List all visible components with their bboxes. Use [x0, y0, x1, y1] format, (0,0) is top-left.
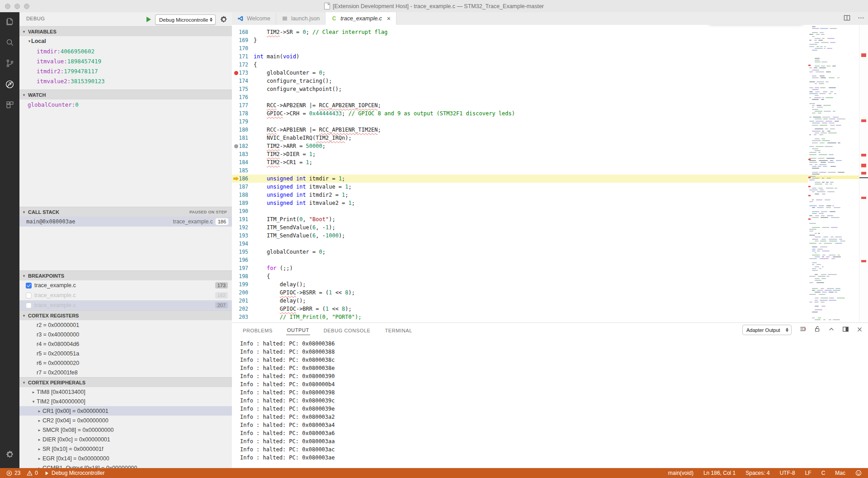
code-line-180[interactable]: 180 RCC->APB1ENR |= RCC_APB1ENR_TIM2EN;: [232, 126, 808, 134]
code-line-202[interactable]: 202 GPIOC->BRR = (1 << 8);: [232, 305, 808, 313]
gutter-cell[interactable]: 190: [232, 207, 252, 215]
variables-section-header[interactable]: ▾VARIABLES: [19, 26, 232, 36]
tab-trace_example-c[interactable]: Ctrace_example.c×: [326, 12, 396, 25]
code-line-176[interactable]: 176: [232, 93, 808, 101]
gutter-cell[interactable]: 197: [232, 264, 252, 272]
gutter-cell[interactable]: 189: [232, 199, 252, 207]
stack-frame-row[interactable]: main@0x080003aetrace_example.c186: [19, 217, 232, 227]
gutter-cell[interactable]: 176: [232, 93, 252, 101]
code-line-185[interactable]: 185: [232, 166, 808, 175]
peripheral-row[interactable]: ▸SMCR [0x08] = 0x00000000: [19, 425, 232, 435]
gutter-cell[interactable]: 185: [232, 166, 252, 175]
close-tab-icon[interactable]: ×: [387, 15, 391, 22]
gutter-cell[interactable]: 203: [232, 313, 252, 321]
panel-tab-terminal[interactable]: TERMINAL: [384, 325, 413, 335]
activity-bar-item-search[interactable]: [0, 33, 19, 54]
code-line-168[interactable]: 168 TIM2->SR = 0; // Clear interrupt fla…: [232, 28, 808, 36]
chevron-collapsed-icon[interactable]: ▸: [38, 428, 41, 432]
code-line-195[interactable]: 195 globalCounter = 0;: [232, 248, 808, 256]
cortex-peripherals-section-header[interactable]: ▾CORTEX PERIPHERALS: [19, 377, 232, 387]
status-play[interactable]: Debug Microcontroller: [44, 470, 104, 476]
status-encoding[interactable]: UTF-8: [780, 470, 795, 476]
gutter-cell[interactable]: 175: [232, 85, 252, 93]
clear-output-icon[interactable]: [799, 326, 807, 334]
chevron-collapsed-icon[interactable]: ▸: [38, 437, 41, 442]
panel-tab-debug-console[interactable]: DEBUG CONSOLE: [323, 325, 372, 335]
status-symbol[interactable]: main(void): [668, 470, 693, 476]
unlock-icon[interactable]: [814, 326, 821, 334]
breakpoint-icon[interactable]: [234, 71, 238, 75]
code-line-201[interactable]: 201 delay();: [232, 297, 808, 305]
code-line-186[interactable]: 186 unsigned int itmdir = 1;: [232, 175, 808, 183]
code-line-183[interactable]: 183 TIM2->DIER = 1;: [232, 150, 808, 158]
peripheral-row[interactable]: ▾TIM2 [0x40000000]: [19, 397, 232, 406]
gutter-cell[interactable]: 170: [232, 44, 252, 52]
gutter-cell[interactable]: 182: [232, 142, 252, 150]
register-row[interactable]: r2 = 0x00000001: [19, 320, 232, 330]
debug-config-select[interactable]: Debug Microcontroller: [155, 14, 216, 25]
more-actions-icon[interactable]: [858, 14, 864, 23]
peripheral-row[interactable]: ▸EGR [0x14] = 0x00000000: [19, 454, 232, 463]
gutter-cell[interactable]: 180: [232, 126, 252, 134]
code-line-193[interactable]: 193 ITM_SendValue(6, -1000);: [232, 232, 808, 240]
activity-bar-item-extensions[interactable]: [0, 95, 19, 116]
output-log[interactable]: Info : halted: PC: 0x08000386Info : halt…: [232, 338, 868, 469]
breakpoints-section-header[interactable]: ▾BREAKPOINTS: [19, 270, 232, 280]
chevron-collapsed-icon[interactable]: ▸: [38, 447, 41, 451]
breakpoint-row[interactable]: trace_example.c173: [19, 280, 232, 290]
code-line-196[interactable]: 196: [232, 256, 808, 264]
peripheral-row[interactable]: ▸DIER [0x0c] = 0x00000001: [19, 435, 232, 444]
overview-ruler[interactable]: [859, 25, 868, 322]
status-warning-triangle[interactable]: 0: [27, 470, 38, 476]
breakpoint-checkbox[interactable]: [26, 303, 32, 308]
gutter-cell[interactable]: 172: [232, 61, 252, 69]
manage-button[interactable]: [0, 446, 19, 464]
gutter-cell[interactable]: 179: [232, 118, 252, 126]
gutter-cell[interactable]: 202: [232, 305, 252, 313]
register-row[interactable]: r5 = 0x2000051a: [19, 349, 232, 358]
gutter-cell[interactable]: 171: [232, 52, 252, 61]
watch-section-header[interactable]: ▾WATCH: [19, 90, 232, 99]
gutter-cell[interactable]: 168: [232, 28, 252, 36]
code-line-192[interactable]: 192 ITM_SendValue(6, -1);: [232, 223, 808, 232]
status-cursor-position[interactable]: Ln 186, Col 1: [703, 470, 736, 476]
gutter-cell[interactable]: 186: [232, 175, 252, 183]
panel-tab-output[interactable]: OUTPUT: [286, 325, 310, 335]
code-line-187[interactable]: 187 unsigned int itmvalue = 1;: [232, 183, 808, 191]
code-line-203[interactable]: 203 // ITM_Print(0, "PORT0");: [232, 313, 808, 321]
status-eol[interactable]: LF: [805, 470, 811, 476]
gutter-cell[interactable]: 195: [232, 248, 252, 256]
register-row[interactable]: r4 = 0x080004d6: [19, 339, 232, 349]
start-debug-button[interactable]: [144, 14, 153, 24]
activity-bar-item-debug[interactable]: [0, 75, 19, 95]
gutter-cell[interactable]: 174: [232, 77, 252, 85]
maximize-panel-icon[interactable]: [828, 326, 835, 334]
breakpoint-checkbox[interactable]: [26, 283, 32, 289]
gutter-cell[interactable]: 198: [232, 272, 252, 280]
chevron-expanded-icon[interactable]: ▾: [32, 399, 35, 404]
breakpoint-row[interactable]: trace_example.c207: [19, 300, 232, 310]
peripheral-row[interactable]: ▸CR2 [0x04] = 0x00000000: [19, 416, 232, 425]
variables-scope-row[interactable]: ▾Local: [19, 36, 232, 46]
cortex-registers-section-header[interactable]: ▾CORTEX REGISTERS: [19, 310, 232, 320]
code-line-181[interactable]: 181 NVIC_EnableIRQ(TIM2_IRQn);: [232, 134, 808, 142]
tab-launch-json[interactable]: launch.json: [276, 12, 326, 25]
code-line-175[interactable]: 175 configure_watchpoint();: [232, 85, 808, 93]
variable-row[interactable]: itmvalue: 1898457419: [19, 56, 232, 66]
disabled-breakpoint-icon[interactable]: [234, 144, 238, 148]
code-line-174[interactable]: 174 configure_tracing();: [232, 77, 808, 85]
close-panel-icon[interactable]: [857, 326, 863, 334]
code-line-197[interactable]: 197 for (;;): [232, 264, 808, 272]
gutter-cell[interactable]: 181: [232, 134, 252, 142]
breakpoint-row[interactable]: trace_example.c182: [19, 290, 232, 300]
gutter-cell[interactable]: 199: [232, 280, 252, 289]
peripheral-row[interactable]: ▸TIM8 [0x40013400]: [19, 387, 232, 397]
chevron-collapsed-icon[interactable]: ▸: [38, 418, 41, 423]
code-line-200[interactable]: 200 GPIOC->BSRR = (1 << 8);: [232, 289, 808, 297]
code-line-179[interactable]: 179: [232, 118, 808, 126]
variable-row[interactable]: itmdir2: 1799478117: [19, 66, 232, 76]
activity-bar-item-source-control[interactable]: [0, 54, 19, 75]
chevron-collapsed-icon[interactable]: ▸: [38, 409, 41, 413]
code-line-178[interactable]: 178 GPIOC->CRH = 0x44444433; // GPIOC 8 …: [232, 109, 808, 118]
code-line-190[interactable]: 190: [232, 207, 808, 215]
